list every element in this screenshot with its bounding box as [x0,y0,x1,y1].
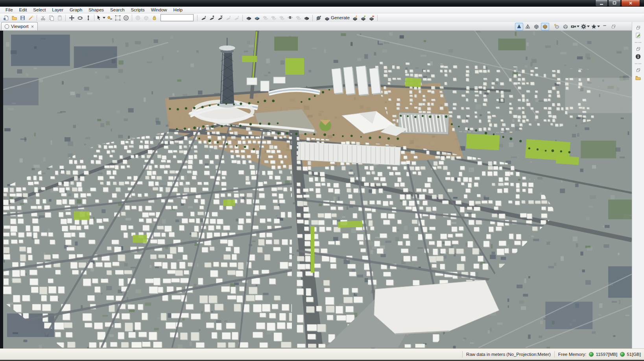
rule-editor-view-button[interactable] [634,31,642,39]
wand-button[interactable] [27,14,35,22]
menu-shapes[interactable]: Shapes [85,7,107,13]
bookmark-dropdown-icon [597,26,600,28]
inspector-view-button[interactable] [634,53,642,60]
lock-button[interactable] [150,14,159,22]
wireframe-icon [526,24,530,28]
rotate-shapes-icon [279,16,284,20]
menu-scripts[interactable]: Scripts [128,7,148,13]
projection-status: Raw data in meters (No_Projection:Meter) [466,352,551,357]
maximize-view-button[interactable] [609,23,618,30]
minimize-view-icon [603,25,606,26]
drop-layer-button[interactable] [233,14,241,22]
menu-graph[interactable]: Graph [66,7,85,13]
memory-led-icon [589,352,594,357]
menu-file[interactable]: File [2,7,16,13]
menu-layer[interactable]: Layer [49,7,66,13]
menu-search[interactable]: Search [107,7,127,13]
frame-button[interactable] [142,14,150,22]
convert-shapes-button[interactable] [303,14,311,22]
view-stack-handle[interactable] [635,42,641,43]
navigator-view-button[interactable] [634,74,642,81]
lighting-button[interactable] [553,23,561,30]
view-stack-handle[interactable] [635,63,641,64]
viewport-3d[interactable] [0,31,632,349]
zoom-selection-button[interactable] [114,14,122,22]
zoom-world-button[interactable] [122,14,130,22]
wireframe-overlay-button[interactable] [561,23,570,30]
wand-icon [29,15,33,20]
node-edit-icon [108,16,112,19]
toolbar-search-input[interactable] [161,14,194,21]
project-layer-button[interactable] [224,14,233,22]
move-tool-button[interactable] [68,14,76,22]
project-layer-icon [226,15,231,20]
generate-button[interactable]: Generate [323,14,351,22]
memory-mb-value: 11597[MB] [596,352,617,357]
menu-select[interactable]: Select [30,7,49,13]
model-delete-button[interactable] [367,14,376,22]
minimize-button[interactable] [595,0,608,7]
new-button[interactable] [2,14,10,22]
menu-edit[interactable]: Edit [16,7,30,13]
node-edit-button[interactable] [105,14,114,22]
shaded-button[interactable] [532,23,541,30]
minimized-views-bar [632,22,644,349]
minimize-view-button[interactable] [601,23,609,30]
offset-shapes-button[interactable] [261,14,269,22]
shape-create-button[interactable] [245,14,253,22]
rotate-tool-button[interactable] [76,14,84,22]
restore-navigator-view-button[interactable] [634,66,642,74]
close-icon [629,2,632,4]
camera-button[interactable] [570,23,580,30]
paste-button[interactable] [55,14,64,22]
snapshot-button[interactable] [134,14,142,22]
convert-shapes-icon [304,17,309,20]
restore-inspector-view-button[interactable] [634,45,642,53]
align-terrain-button[interactable] [199,14,208,22]
cut-button[interactable] [39,14,47,22]
open-button[interactable] [10,14,18,22]
scale-tool-button[interactable] [84,14,92,22]
model-lightning-button[interactable] [351,14,359,22]
subdivide-shapes-button[interactable] [269,14,278,22]
new-icon [4,15,8,20]
tab-viewport[interactable]: Viewport [1,22,38,30]
viewport-tab-header: Viewport [0,22,632,31]
menu-help[interactable]: Help [170,7,186,13]
tab-close-button[interactable] [30,24,35,29]
model-update-button[interactable] [359,14,367,22]
bookmark-button[interactable] [590,23,600,30]
restore-editor-view-button[interactable] [634,24,642,31]
settings-gear-icon [581,24,586,29]
texture-map-button[interactable] [286,14,294,22]
align-terrain-icon [201,15,206,20]
editor-area: Viewport [0,22,632,349]
generate-refresh-button[interactable] [315,14,323,22]
select-tool-button[interactable] [96,14,105,22]
perspective-toggle-button[interactable] [515,23,523,30]
textured-button[interactable] [541,23,549,30]
camera-dropdown-icon [577,26,579,28]
maximize-button[interactable] [608,0,621,7]
rotate-icon [78,17,83,19]
application-window: File Edit Select Layer Graph Shapes Sear… [0,0,644,361]
generate-label: Generate [331,15,350,20]
menu-window[interactable]: Window [148,7,170,13]
city-scene-svg[interactable] [3,31,632,349]
cleanup-shapes-button[interactable] [294,14,303,22]
save-button[interactable] [18,14,27,22]
open-icon [12,16,17,20]
zoom-world-icon [124,15,128,20]
shape-draw-button[interactable] [253,14,261,22]
status-bar: Raw data in meters (No_Projection:Meter)… [0,348,644,360]
settings-button[interactable] [580,23,590,30]
close-button[interactable] [621,0,640,7]
rotate-shapes-button[interactable] [278,14,286,22]
wireframe-overlay-icon [564,25,567,29]
wireframe-button[interactable] [524,23,532,30]
align-terrain-points-button[interactable] [208,14,216,22]
rule-editor-icon [636,33,640,38]
reset-terrain-button[interactable] [216,14,224,22]
restore-view-icon [637,47,640,50]
copy-button[interactable] [47,14,55,22]
